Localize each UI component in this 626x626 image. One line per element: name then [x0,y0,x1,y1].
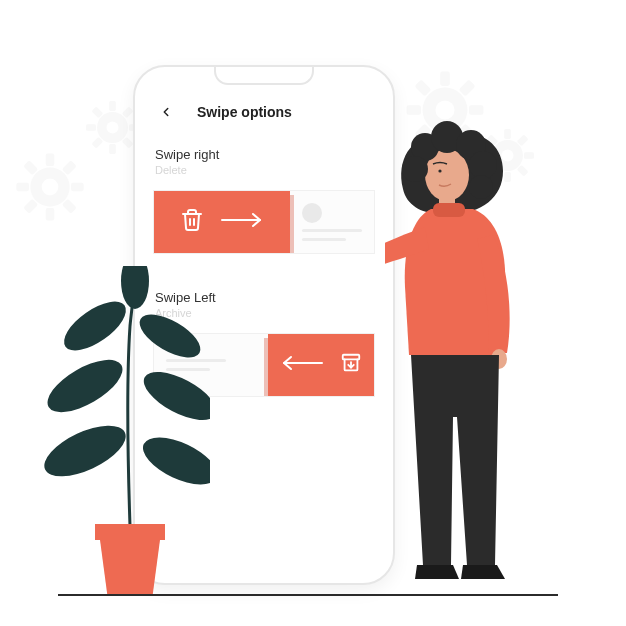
svg-point-48 [40,415,133,487]
back-button[interactable] [157,103,175,121]
svg-rect-3 [16,183,29,191]
text-placeholder [166,359,226,362]
svg-rect-15 [122,106,134,118]
svg-rect-13 [86,124,96,131]
trash-icon [180,208,204,236]
gear-icon [15,152,85,222]
svg-rect-38 [517,165,529,177]
svg-point-59 [438,169,441,172]
ground-line [58,594,558,596]
svg-rect-6 [23,199,38,214]
svg-rect-32 [504,172,511,182]
list-item-preview [290,191,374,253]
swipe-left-row[interactable] [153,333,375,397]
arrow-left-icon [280,354,324,376]
svg-point-44 [56,292,133,360]
gear-icon [480,128,535,183]
text-placeholder [302,229,362,232]
svg-rect-16 [91,137,103,149]
list-item-preview [154,334,268,396]
svg-rect-23 [407,105,421,115]
svg-rect-34 [524,152,534,159]
swipe-right-title: Swipe right [153,147,375,162]
gear-icon [85,100,140,155]
svg-rect-12 [109,144,116,154]
text-placeholder [166,368,210,371]
phone-frame: Swipe options Swipe right Delete Swipe L… [133,65,395,585]
svg-point-19 [106,121,118,133]
svg-rect-21 [440,72,450,86]
swipe-left-subtitle: Archive [153,307,375,319]
svg-rect-28 [459,124,476,141]
svg-point-62 [491,349,507,369]
gear-icon [405,70,485,150]
svg-rect-8 [62,199,77,214]
svg-rect-35 [517,134,529,146]
swipe-right-subtitle: Delete [153,164,375,176]
avatar-placeholder [302,203,322,223]
svg-rect-5 [62,160,77,175]
svg-point-46 [40,349,130,422]
svg-rect-26 [414,124,431,141]
page-title: Swipe options [197,104,292,120]
svg-rect-36 [486,165,498,177]
svg-rect-31 [504,129,511,139]
svg-point-39 [501,149,513,161]
svg-rect-2 [46,208,54,221]
person-illustration [385,117,565,587]
svg-rect-60 [433,203,465,217]
svg-rect-18 [122,137,134,149]
plant-pot [95,524,165,594]
svg-point-58 [402,156,428,182]
svg-point-29 [435,100,454,119]
svg-rect-27 [414,79,431,96]
svg-rect-42 [343,355,360,360]
text-placeholder [302,238,346,241]
svg-rect-11 [109,101,116,111]
svg-point-9 [42,179,59,196]
svg-rect-25 [459,79,476,96]
arrow-right-icon [220,211,264,233]
swipe-right-row[interactable] [153,190,375,254]
screen-header: Swipe options [153,103,375,121]
svg-point-51 [425,149,469,201]
svg-rect-24 [469,105,483,115]
svg-rect-4 [71,183,84,191]
svg-rect-22 [440,134,450,148]
svg-rect-33 [481,152,491,159]
svg-rect-1 [46,153,54,166]
swipe-left-action[interactable] [268,334,374,396]
chevron-left-icon [159,105,173,119]
phone-notch [214,67,314,85]
swipe-right-action[interactable] [154,191,290,253]
archive-icon [340,352,362,378]
svg-rect-52 [439,195,455,213]
svg-rect-17 [91,106,103,118]
svg-rect-37 [486,134,498,146]
swipe-left-title: Swipe Left [153,290,375,305]
svg-rect-7 [23,160,38,175]
